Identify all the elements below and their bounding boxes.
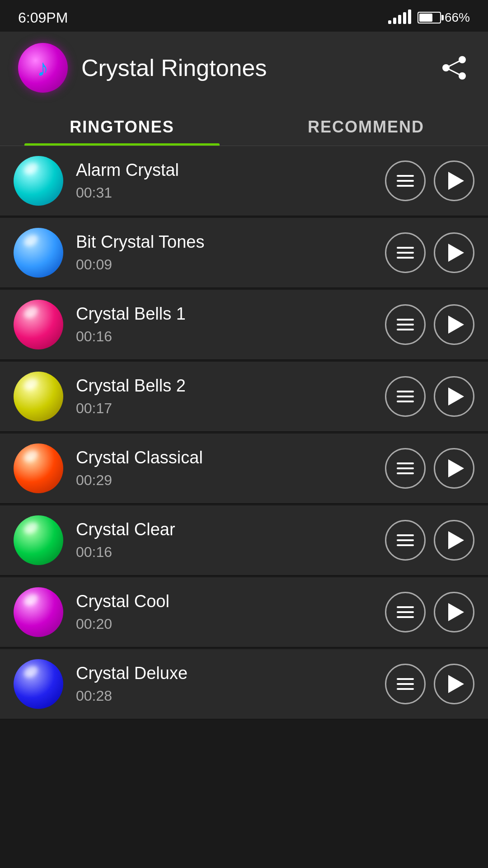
ringtone-controls [385,520,474,561]
ringtone-duration: 00:17 [76,400,385,417]
play-icon [448,244,464,262]
ringtone-info: Bit Crystal Tones 00:09 [76,232,385,273]
ringtone-orb [14,372,63,421]
ringtone-orb [14,515,63,565]
ringtone-controls [385,304,474,345]
menu-icon [397,606,414,618]
menu-button[interactable] [385,160,426,201]
battery-icon [418,12,441,24]
share-icon [441,54,468,81]
play-button[interactable] [434,448,474,489]
ringtone-duration: 00:16 [76,328,385,345]
ringtone-orb [14,300,63,349]
menu-button[interactable] [385,376,426,417]
play-icon [448,603,464,621]
ringtone-controls [385,448,474,489]
menu-icon [397,391,414,402]
ringtone-info: Alarm Crystal 00:31 [76,160,385,201]
play-button[interactable] [434,376,474,417]
menu-button[interactable] [385,448,426,489]
menu-icon [397,678,414,690]
tabs-container: RINGTONES RECOMMEND [0,104,488,146]
ringtone-duration: 00:09 [76,256,385,273]
list-item: Crystal Clear 00:16 [0,505,488,576]
ringtone-controls [385,592,474,632]
menu-button[interactable] [385,664,426,704]
ringtone-duration: 00:31 [76,184,385,201]
tab-ringtones[interactable]: RINGTONES [0,104,244,146]
ringtone-name: Crystal Deluxe [76,664,385,683]
ringtone-name: Crystal Clear [76,520,385,539]
ringtone-duration: 00:29 [76,472,385,489]
signal-icon [388,11,411,24]
ringtone-duration: 00:20 [76,616,385,632]
play-button[interactable] [434,520,474,561]
menu-button[interactable] [385,304,426,345]
ringtone-orb [14,659,63,709]
menu-button[interactable] [385,232,426,273]
battery-percentage: 66% [445,10,470,25]
ringtone-orb [14,156,63,206]
list-item: Bit Crystal Tones 00:09 [0,218,488,288]
ringtone-name: Bit Crystal Tones [76,232,385,252]
menu-icon [397,462,414,474]
play-button[interactable] [434,160,474,201]
ringtone-orb [14,228,63,278]
play-button[interactable] [434,232,474,273]
app-logo: ♪ [18,43,68,93]
menu-icon [397,175,414,187]
ringtone-name: Crystal Bells 1 [76,304,385,324]
ringtone-controls [385,664,474,704]
music-note-icon: ♪ [37,54,49,81]
ringtone-info: Crystal Cool 00:20 [76,592,385,632]
ringtone-name: Alarm Crystal [76,160,385,180]
play-icon [448,172,464,190]
list-item: Crystal Classical 00:29 [0,434,488,504]
status-time: 6:09PM [18,9,68,26]
ringtone-info: Crystal Bells 1 00:16 [76,304,385,345]
list-item: Crystal Deluxe 00:28 [0,649,488,719]
svg-line-4 [446,68,462,76]
ringtone-list: Alarm Crystal 00:31 Bit Crystal Tones 00… [0,146,488,719]
app-header: ♪ Crystal Ringtones [0,32,488,104]
play-button[interactable] [434,592,474,632]
ringtone-name: Crystal Classical [76,448,385,467]
list-item: Crystal Bells 2 00:17 [0,362,488,432]
svg-line-3 [446,60,462,68]
menu-button[interactable] [385,592,426,632]
play-button[interactable] [434,664,474,704]
menu-button[interactable] [385,520,426,561]
ringtone-name: Crystal Cool [76,592,385,611]
share-button[interactable] [438,52,470,84]
menu-icon [397,534,414,546]
status-icons: 66% [388,10,470,25]
app-title: Crystal Ringtones [81,54,438,81]
ringtone-info: Crystal Deluxe 00:28 [76,664,385,704]
play-button[interactable] [434,304,474,345]
play-icon [448,531,464,549]
list-item: Crystal Cool 00:20 [0,577,488,647]
ringtone-info: Crystal Clear 00:16 [76,520,385,561]
ringtone-duration: 00:16 [76,544,385,561]
menu-icon [397,247,414,259]
status-bar: 6:09PM 66% [0,0,488,32]
play-icon [448,387,464,406]
ringtone-controls [385,232,474,273]
tab-recommend[interactable]: RECOMMEND [244,104,488,146]
ringtone-info: Crystal Bells 2 00:17 [76,376,385,417]
play-icon [448,316,464,334]
list-item: Crystal Bells 1 00:16 [0,290,488,360]
ringtone-name: Crystal Bells 2 [76,376,385,396]
play-icon [448,675,464,693]
play-icon [448,459,464,477]
list-item: Alarm Crystal 00:31 [0,146,488,216]
ringtone-orb [14,587,63,637]
battery-indicator: 66% [418,10,470,25]
ringtone-controls [385,376,474,417]
ringtone-info: Crystal Classical 00:29 [76,448,385,489]
ringtone-orb [14,443,63,493]
ringtone-duration: 00:28 [76,688,385,704]
menu-icon [397,319,414,330]
ringtone-controls [385,160,474,201]
